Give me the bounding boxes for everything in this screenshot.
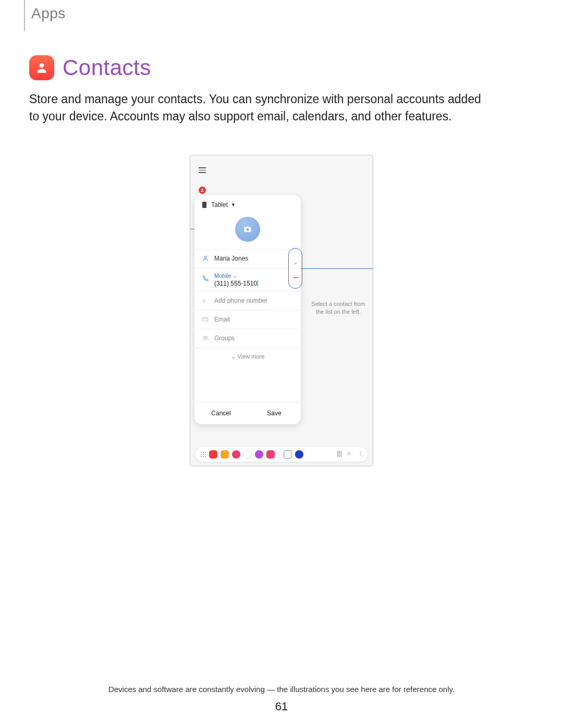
svg-point-1 — [202, 189, 203, 190]
apps-grid-icon[interactable] — [201, 452, 206, 457]
camera-icon — [243, 226, 252, 233]
section-marker — [24, 0, 25, 31]
intro-paragraph: Store and manage your contacts. You can … — [29, 91, 488, 126]
svg-point-6 — [204, 337, 205, 338]
chevron-down-icon: ⌄ — [231, 353, 236, 360]
groups-icon — [202, 335, 209, 341]
phone-type-label: Mobile — [214, 273, 231, 279]
recents-nav-icon[interactable]: ||| — [337, 450, 341, 459]
callout-line-right — [301, 268, 373, 269]
add-phone-label: Add phone number — [214, 297, 267, 304]
phone-icon — [202, 275, 209, 282]
groups-label: Groups — [214, 335, 235, 342]
dock-app-icon[interactable] — [209, 450, 217, 459]
email-field-row[interactable]: Email — [194, 310, 301, 329]
phone-type-dropdown[interactable]: Mobile ⌄ — [214, 273, 293, 279]
dock-app-icon[interactable] — [295, 450, 303, 459]
save-button[interactable]: Save — [248, 402, 301, 424]
add-profile-picture-button[interactable] — [235, 217, 260, 242]
breadcrumb: Apps — [31, 5, 534, 22]
device-illustration: Add profile picture Add, delete, and exp… — [190, 155, 373, 466]
groups-field-row[interactable]: Groups — [194, 329, 301, 348]
new-contact-popup: Tablet ▼ Maria Jones — [194, 195, 301, 424]
taskbar: ||| ○ 〈 — [195, 447, 368, 462]
storage-label: Tablet — [211, 201, 228, 208]
person-outline-icon — [202, 255, 209, 262]
svg-rect-2 — [202, 202, 206, 208]
tablet-icon — [202, 202, 207, 208]
phone-value: (311) 555-1510 — [214, 280, 257, 287]
right-pane-hint: Select a contact from the list on the le… — [310, 300, 366, 316]
hamburger-icon[interactable] — [199, 167, 206, 173]
add-phone-row[interactable]: + Add phone number — [194, 291, 301, 310]
phone-field-row[interactable]: Mobile ⌄ (311) 555-1510 — [194, 268, 301, 291]
profile-badge-icon — [199, 187, 206, 194]
mail-icon — [202, 316, 209, 323]
email-label: Email — [214, 316, 230, 323]
svg-point-4 — [204, 256, 206, 258]
page-number: 61 — [0, 700, 563, 713]
back-nav-icon[interactable]: 〈 — [356, 450, 362, 459]
caret-down-icon: ⌄ — [233, 273, 237, 278]
view-more-row[interactable]: ⌄ View more — [194, 348, 301, 365]
view-more-label: View more — [238, 353, 265, 360]
home-nav-icon[interactable]: ○ — [347, 450, 351, 459]
caret-down-icon: ▼ — [231, 202, 236, 207]
name-field-value: Maria Jones — [214, 255, 248, 262]
contacts-app-icon — [29, 55, 54, 80]
expand-field-button[interactable]: ⌄ — [293, 258, 298, 266]
dock-app-icon[interactable] — [284, 450, 292, 459]
svg-point-7 — [206, 337, 207, 338]
dock-app-icon[interactable] — [232, 450, 240, 459]
dock-app-icon[interactable] — [266, 450, 275, 459]
field-controls-pill: ⌄ — [288, 248, 302, 289]
delete-field-button[interactable] — [293, 277, 298, 278]
dock-separator — [279, 451, 279, 458]
dock-app-icon[interactable] — [243, 450, 252, 459]
cancel-button[interactable]: Cancel — [194, 402, 248, 424]
svg-point-3 — [247, 228, 249, 231]
svg-point-0 — [40, 63, 44, 68]
page-title: Contacts — [63, 55, 151, 80]
text-cursor — [258, 280, 258, 287]
dock-app-icon[interactable] — [255, 450, 263, 459]
storage-dropdown[interactable]: Tablet ▼ — [211, 201, 236, 208]
disclaimer-text: Devices and software are constantly evol… — [0, 685, 563, 694]
dock-app-icon[interactable] — [221, 450, 229, 459]
name-field-row[interactable]: Maria Jones — [194, 249, 301, 268]
plus-icon: + — [202, 297, 209, 305]
